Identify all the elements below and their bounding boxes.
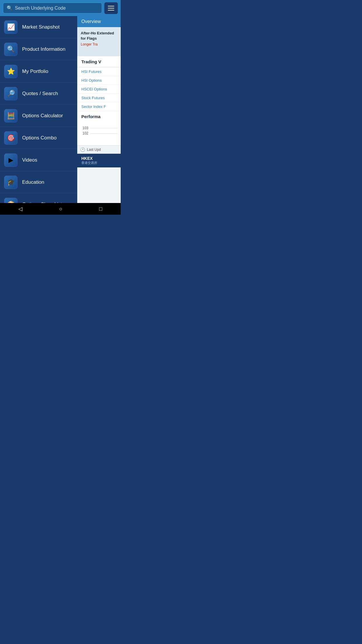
clock-icon: 🕐 xyxy=(80,147,85,152)
stock-futures-link[interactable]: Stock Futures xyxy=(77,94,121,102)
performance-title: Performa xyxy=(81,114,117,119)
sidebar-item-my-portfolio[interactable]: ⭐ My Portfolio xyxy=(0,60,77,83)
trading-v-title: Trading V xyxy=(81,59,117,64)
sidebar-item-market-snapshot[interactable]: 📈 Market Snapshot xyxy=(0,16,77,38)
menu-line-3 xyxy=(108,10,114,10)
sidebar-item-videos[interactable]: ▶ Videos xyxy=(0,149,77,171)
banner-subtitle: Longer Tra xyxy=(81,42,117,46)
options-calculator-icon: 🧮 xyxy=(4,109,17,123)
hkex-logo: HKEX 香港交易所 xyxy=(81,156,97,165)
back-button[interactable]: ◁ xyxy=(13,204,28,214)
performance-section: Performa xyxy=(77,111,121,122)
hkex-name: HKEX xyxy=(81,156,97,161)
options-class-list-icon: 📦 xyxy=(4,198,17,203)
market-snapshot-label: Market Snapshot xyxy=(22,24,60,30)
search-placeholder: Search Underlying Code xyxy=(15,6,66,11)
menu-line-2 xyxy=(108,8,114,8)
right-panel: Overview After-Ho Extended for Flags Lon… xyxy=(77,16,121,203)
product-information-icon: 🔍 xyxy=(4,43,17,56)
hkex-bar: HKEX 香港交易所 xyxy=(77,154,121,167)
chart-value-103: 103 xyxy=(80,126,88,130)
sidebar-item-options-combo[interactable]: 🎯 Options Combo xyxy=(0,127,77,149)
menu-button[interactable] xyxy=(104,2,118,14)
banner-section: After-Ho Extended for Flags Longer Tra xyxy=(77,27,121,56)
options-class-list-label: Options Class List xyxy=(22,202,62,203)
hsi-options-link[interactable]: HSI Options xyxy=(77,76,121,85)
options-combo-label: Options Combo xyxy=(22,135,57,141)
hkex-chinese: 香港交易所 xyxy=(81,161,97,165)
sidebar-item-product-information[interactable]: 🔍 Product Information xyxy=(0,38,77,60)
quotes-search-label: Quotes / Search xyxy=(22,91,58,97)
trading-v-section: Trading V xyxy=(77,56,121,67)
sidebar-item-options-class-list[interactable]: 📦 Options Class List xyxy=(0,193,77,203)
options-combo-icon: 🎯 xyxy=(4,131,17,145)
menu-line-1 xyxy=(108,6,114,6)
education-label: Education xyxy=(22,179,44,185)
quotes-search-icon: 🔎 xyxy=(4,87,17,100)
videos-icon: ▶ xyxy=(4,153,17,167)
chart-area: 103 102 xyxy=(77,122,121,145)
last-update-label: Last Upd xyxy=(87,148,101,152)
sidebar-item-options-calculator[interactable]: 🧮 Options Calculator xyxy=(0,105,77,127)
recent-button[interactable]: □ xyxy=(93,204,108,214)
chart-line-103: 103 xyxy=(80,126,118,130)
my-portfolio-icon: ⭐ xyxy=(4,65,17,78)
hscei-options-link[interactable]: HSCEI Options xyxy=(77,85,121,94)
sector-index-link[interactable]: Sector Index F xyxy=(77,102,121,111)
education-icon: 🎓 xyxy=(4,176,17,189)
market-snapshot-icon: 📈 xyxy=(4,20,17,34)
chart-value-102: 102 xyxy=(80,131,88,135)
last-update-bar: 🕐 Last Upd xyxy=(77,145,121,154)
my-portfolio-label: My Portfolio xyxy=(22,69,48,74)
chart-rule-103 xyxy=(90,128,118,128)
sidebar-item-quotes-search[interactable]: 🔎 Quotes / Search xyxy=(0,83,77,105)
product-information-label: Product Information xyxy=(22,46,65,52)
main-content: 📈 Market Snapshot 🔍 Product Information … xyxy=(0,16,121,203)
bottom-nav: ◁ ○ □ xyxy=(0,203,121,215)
chart-line-102: 102 xyxy=(80,131,118,135)
search-icon: 🔍 xyxy=(7,5,13,11)
home-button[interactable]: ○ xyxy=(53,204,68,214)
options-calculator-label: Options Calculator xyxy=(22,113,63,119)
left-menu: 📈 Market Snapshot 🔍 Product Information … xyxy=(0,16,77,203)
videos-label: Videos xyxy=(22,157,37,163)
banner-title: After-Ho Extended for Flags xyxy=(81,31,117,41)
sidebar-item-education[interactable]: 🎓 Education xyxy=(0,171,77,193)
hsi-futures-link[interactable]: HSI Futures xyxy=(77,67,121,76)
search-box[interactable]: 🔍 Search Underlying Code xyxy=(3,3,102,13)
chart-rule-102 xyxy=(90,133,118,134)
overview-tab[interactable]: Overview xyxy=(77,16,121,27)
top-bar: 🔍 Search Underlying Code xyxy=(0,0,121,16)
